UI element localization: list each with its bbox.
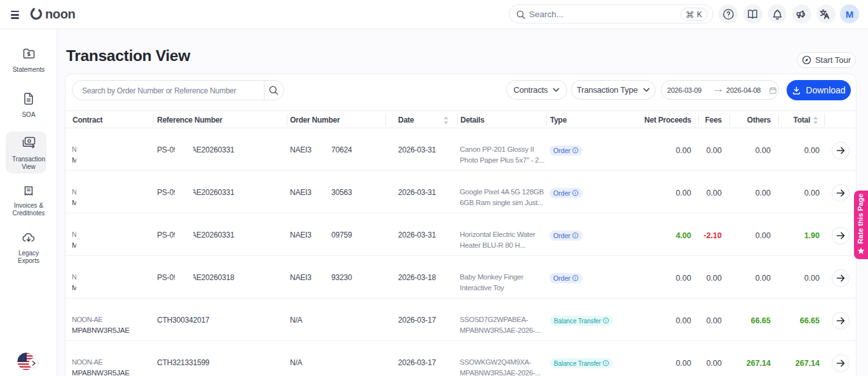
- svg-text:noon: noon: [45, 7, 75, 21]
